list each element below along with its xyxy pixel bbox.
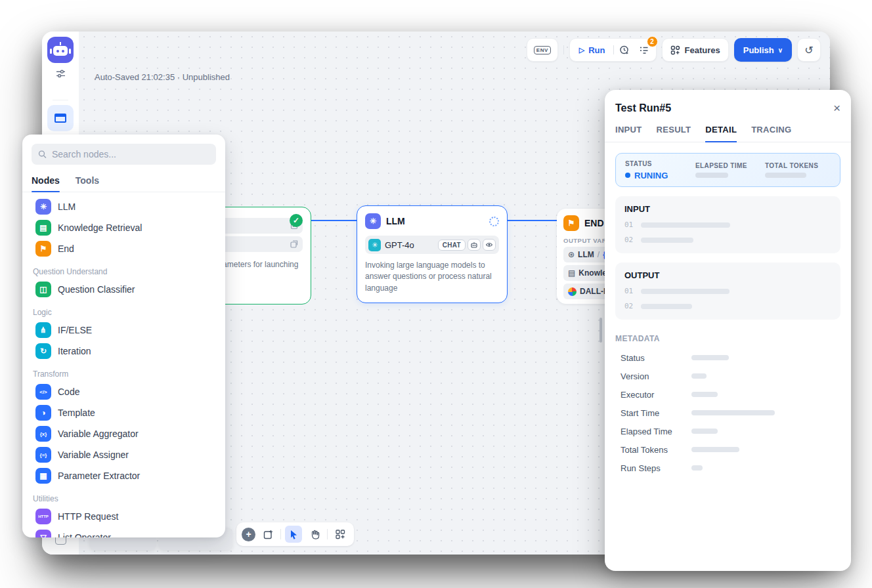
version-history-button[interactable]: ↺ bbox=[797, 38, 821, 62]
features-icon bbox=[670, 45, 680, 55]
app-robot-icon[interactable] bbox=[47, 37, 74, 63]
node-item-code[interactable]: </>Code bbox=[32, 381, 216, 402]
close-icon[interactable]: × bbox=[833, 102, 840, 114]
env-button[interactable]: ENV bbox=[527, 38, 558, 62]
meta-label: Status bbox=[621, 353, 691, 363]
node-item-knowledge-retrieval[interactable]: ▤Knowledge Retrieval bbox=[32, 217, 216, 238]
skeleton-bar bbox=[691, 429, 718, 434]
history-icon: ↺ bbox=[804, 44, 813, 56]
node-item-variable-aggregator[interactable]: {x}Variable Aggregator bbox=[32, 423, 216, 444]
node-item-label: IF/ELSE bbox=[58, 325, 92, 335]
publish-button[interactable]: Publish ∨ bbox=[734, 38, 792, 62]
node-item-parameter-extractor[interactable]: ▦Parameter Extractor bbox=[32, 465, 216, 486]
node-item-iteration[interactable]: ↻Iteration bbox=[32, 341, 216, 362]
node-item-label: Variable Aggregator bbox=[58, 429, 139, 439]
model-name: GPT-4o bbox=[385, 240, 414, 250]
status-col-label: TOTAL TOKENS bbox=[765, 162, 818, 169]
run-button[interactable]: ▷ Run bbox=[573, 41, 612, 59]
canvas-scrollbar-thumb[interactable] bbox=[600, 318, 602, 343]
node-item-list-operator[interactable]: ▽List Operator bbox=[32, 527, 216, 537]
section-header-utilities: Utilities bbox=[33, 494, 215, 503]
end-node-title: END bbox=[584, 218, 604, 228]
skeleton-bar bbox=[695, 173, 728, 178]
node-item-label: LLM bbox=[58, 201, 76, 212]
run-history-icon[interactable] bbox=[615, 41, 634, 59]
meta-row-elapsed-time: Elapsed Time bbox=[615, 422, 840, 440]
llm-node[interactable]: ✳ LLM ✳ GPT-4o CHAT Invoking large langu… bbox=[357, 205, 508, 303]
node-item-http-request[interactable]: HTTPHTTP Request bbox=[32, 506, 216, 527]
play-icon: ▷ bbox=[579, 46, 584, 54]
knowledge-var-icon: ▤ bbox=[568, 268, 575, 278]
tab-nodes[interactable]: Nodes bbox=[32, 173, 60, 192]
list-operator-icon: ▽ bbox=[35, 530, 51, 537]
end-node-icon: ⚑ bbox=[563, 215, 579, 231]
meta-row-executor: Executor bbox=[615, 385, 840, 404]
features-button[interactable]: Features bbox=[662, 38, 729, 62]
run-tab-input[interactable]: INPUT bbox=[615, 125, 642, 135]
llm-node-title: LLM bbox=[386, 216, 405, 226]
node-item-if-else[interactable]: ⋔IF/ELSE bbox=[32, 320, 216, 341]
iteration-icon: ↻ bbox=[35, 343, 51, 359]
run-tab-result[interactable]: RESULT bbox=[657, 125, 691, 135]
status-value: RUNING bbox=[625, 171, 695, 180]
add-node-button[interactable]: + bbox=[242, 528, 255, 541]
add-note-button[interactable] bbox=[259, 526, 276, 543]
status-col-elapsed-time: ELAPSED TIME bbox=[695, 162, 765, 178]
status-card: STATUSRUNINGELAPSED TIMETOTAL TOKENS bbox=[615, 153, 840, 187]
code-line: 02 bbox=[624, 236, 831, 244]
node-item-variable-assigner[interactable]: {=}Variable Assigner bbox=[32, 444, 216, 465]
run-tab-tracing[interactable]: TRACING bbox=[751, 125, 791, 135]
search-icon bbox=[38, 150, 47, 159]
run-tab-detail[interactable]: DETAIL bbox=[705, 125, 737, 135]
pointer-tool-button[interactable] bbox=[285, 526, 302, 543]
checklist-icon[interactable]: 2 bbox=[635, 41, 653, 59]
test-run-panel: Test Run#5 × INPUTRESULTDETAILTRACING ST… bbox=[605, 90, 851, 571]
meta-row-version: Version bbox=[615, 367, 840, 385]
node-item-llm[interactable]: ✳LLM bbox=[32, 196, 216, 217]
chevron-down-icon: ∨ bbox=[778, 47, 783, 54]
model-selector[interactable]: ✳ GPT-4o CHAT bbox=[365, 236, 499, 254]
section-header-logic: Logic bbox=[33, 308, 215, 317]
search-input[interactable] bbox=[52, 149, 209, 159]
node-item-label: End bbox=[58, 243, 74, 254]
success-check-icon: ✓ bbox=[290, 214, 303, 227]
running-spinner-icon bbox=[489, 217, 499, 226]
vision-robot-icon bbox=[468, 239, 481, 251]
run-group: ▷ Run 2 bbox=[569, 38, 657, 62]
node-item-label: List Operator bbox=[58, 532, 111, 537]
skeleton-bar bbox=[641, 222, 730, 228]
search-box[interactable] bbox=[32, 144, 216, 165]
code-line: 01 bbox=[624, 220, 831, 229]
code-icon: </> bbox=[35, 384, 51, 400]
skeleton-bar bbox=[691, 465, 703, 471]
node-item-question-classifier[interactable]: ◫Question Classifier bbox=[32, 279, 216, 300]
status-col-label: STATUS bbox=[625, 160, 695, 167]
skeleton-bar bbox=[641, 289, 730, 294]
tab-tools[interactable]: Tools bbox=[76, 173, 99, 192]
node-item-end[interactable]: ⚑End bbox=[32, 238, 216, 259]
hand-tool-button[interactable] bbox=[306, 526, 323, 543]
sidebar-item-workflow[interactable] bbox=[47, 105, 74, 131]
meta-label: Elapsed Time bbox=[621, 427, 691, 436]
running-dot-icon bbox=[625, 173, 630, 178]
sidebar-divider bbox=[53, 100, 68, 100]
meta-row-run-steps: Run Steps bbox=[615, 459, 840, 477]
notification-badge: 2 bbox=[647, 36, 658, 47]
organize-nodes-button[interactable] bbox=[332, 526, 349, 543]
dall-e-icon bbox=[568, 287, 577, 296]
node-item-label: Parameter Extractor bbox=[58, 471, 140, 481]
line-number: 02 bbox=[624, 236, 633, 244]
node-item-label: Code bbox=[58, 387, 79, 397]
node-item-template[interactable]: ◑Template bbox=[32, 402, 216, 423]
skeleton-bar bbox=[641, 304, 692, 309]
llm-node-description: Invoking large language models to answer… bbox=[365, 260, 499, 294]
chat-mode-badge: CHAT bbox=[438, 240, 466, 251]
preferences-sliders-icon[interactable] bbox=[55, 68, 66, 79]
node-item-label: HTTP Request bbox=[58, 511, 118, 522]
skeleton-bar bbox=[691, 355, 729, 360]
canvas-toolbar: + bbox=[236, 522, 354, 546]
autosave-status: Auto-Saved 21:02:35 · Unpublished bbox=[95, 72, 230, 82]
meta-label: Run Steps bbox=[621, 463, 691, 473]
variable-name: LLM bbox=[578, 250, 594, 259]
skeleton-bar bbox=[765, 173, 806, 178]
